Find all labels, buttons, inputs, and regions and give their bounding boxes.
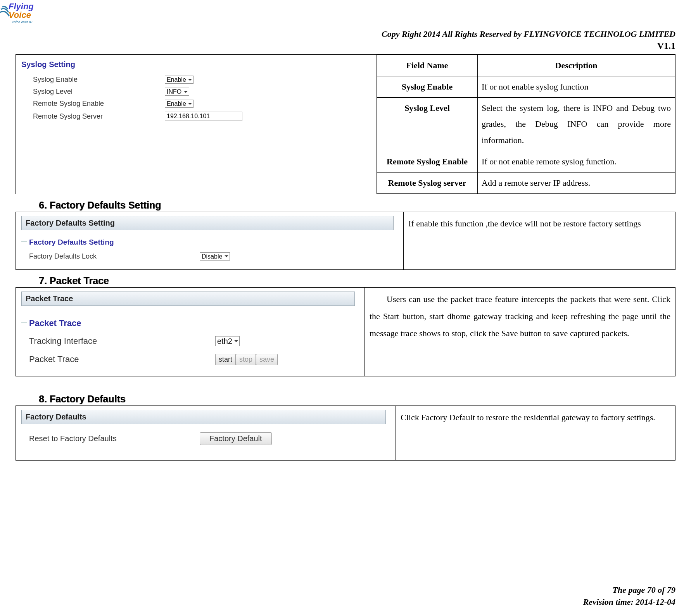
footer-revision: Revision time: 2014-12-04	[583, 596, 675, 608]
section6-heading: 6. Factory Defaults Setting	[39, 200, 675, 211]
svg-text:Voice: Voice	[9, 10, 31, 20]
section8-desc: Click Factory Default to restore the res…	[396, 406, 675, 429]
factory-default-button[interactable]: Factory Default	[200, 432, 272, 445]
syslog-level-label: Syslog Level	[33, 88, 165, 96]
section7-desc: Users can use the packet trace feature i…	[365, 288, 675, 345]
syslog-enable-label: Syslog Enable	[33, 76, 165, 84]
syslog-level-select[interactable]: INFO	[165, 88, 189, 96]
table-header-field: Field Name	[377, 55, 478, 76]
packet-trace-label: Packet Trace	[29, 354, 215, 364]
section7-heading: 7. Packet Trace	[39, 275, 675, 286]
table-row: Remote Syslog server Add a remote server…	[377, 172, 675, 193]
factory-defaults-setting-section: Factory Defaults Setting	[21, 236, 398, 247]
factory-defaults-lock-label: Factory Defaults Lock	[29, 252, 200, 261]
table-row: Remote Syslog Enable If or not enable re…	[377, 151, 675, 172]
svg-text:Voice over IP: Voice over IP	[12, 20, 32, 24]
packet-trace-start-button[interactable]: start	[215, 354, 236, 365]
remote-syslog-enable-select[interactable]: Enable	[165, 100, 193, 108]
remote-syslog-server-label: Remote Syslog Server	[33, 112, 165, 121]
reset-to-factory-label: Reset to Factory Defaults	[29, 434, 200, 443]
factory-defaults-lock-select[interactable]: Disable	[200, 252, 230, 261]
tracking-interface-select[interactable]: eth2	[215, 336, 240, 346]
flyingvoice-logo: Flying Voice Voice over IP	[0, 0, 47, 29]
packet-trace-save-button[interactable]: save	[256, 354, 278, 365]
table-row: Syslog Level Select the system log, ther…	[377, 97, 675, 151]
remote-syslog-enable-label: Remote Syslog Enable	[33, 100, 165, 108]
tracking-interface-label: Tracking Interface	[29, 336, 215, 346]
packet-trace-title: Packet Trace	[21, 292, 355, 306]
footer-page: The page 70 of 79	[583, 584, 675, 596]
syslog-enable-select[interactable]: Enable	[165, 76, 193, 84]
factory-defaults-setting-title: Factory Defaults Setting	[21, 216, 394, 230]
packet-trace-stop-button[interactable]: stop	[236, 354, 256, 365]
section8-heading: 8. Factory Defaults	[39, 393, 675, 405]
table-header-desc: Description	[478, 55, 675, 76]
factory-defaults-title: Factory Defaults	[21, 410, 386, 424]
remote-syslog-server-input[interactable]	[165, 112, 242, 121]
table-row: Syslog Enable If or not enable syslog fu…	[377, 76, 675, 97]
syslog-field-table: Field Name Description Syslog Enable If …	[377, 55, 675, 194]
packet-trace-section: Packet Trace	[21, 316, 359, 329]
version-label: V1.1	[382, 40, 675, 52]
copyright-line: Copy Right 2014 All Rights Reserved by F…	[382, 29, 675, 40]
section6-desc: If enable this function ,the device will…	[404, 212, 675, 235]
syslog-panel-title: Syslog Setting	[21, 59, 371, 71]
